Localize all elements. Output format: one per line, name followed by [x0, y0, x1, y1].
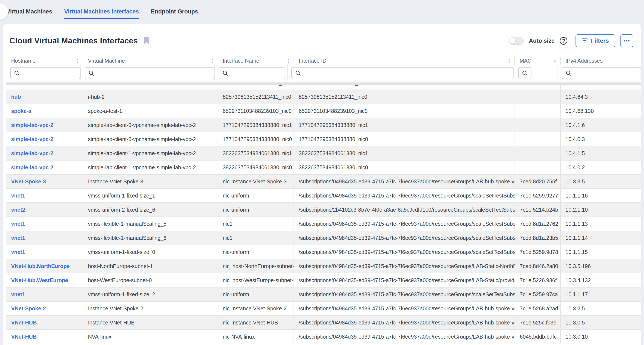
- cell-hostname: simple-lab-vpc-2: [6, 161, 83, 174]
- column-header-mac[interactable]: MAC▲▼: [514, 57, 560, 64]
- hostname-link[interactable]: VNet-HUB: [11, 320, 36, 326]
- search-input-ipv4[interactable]: [574, 70, 640, 76]
- cell-hostname: simple-lab-vpc-2: [6, 132, 83, 146]
- cell-mac: 7c1e.525c.f03e: [514, 316, 560, 330]
- column-label-hostname: Hostname: [11, 58, 36, 64]
- cell-mac: [514, 104, 560, 118]
- cell-ipv4: 10.1.1.16: [560, 189, 641, 202]
- hostname-link[interactable]: simple-lab-vpc-2: [11, 164, 53, 171]
- sort-icon-mac[interactable]: ▲▼: [554, 58, 556, 63]
- cell-interface_name: nic-uniform: [218, 288, 294, 301]
- cell-hostname: vnet1: [6, 288, 83, 301]
- search-input-mac[interactable]: [530, 70, 531, 76]
- auto-size-toggle[interactable]: [509, 37, 524, 45]
- cell-hostname: vnet1: [6, 217, 83, 231]
- cell-hostname: VNet-Hub.WestEurope: [6, 273, 83, 287]
- cell-hostname: VNet-HUB: [6, 330, 83, 344]
- cell-hostname: simple-lab-vpc-2: [6, 146, 83, 160]
- cell-interface_name: nic_host-WestEurope-subnet-0: [218, 273, 294, 287]
- sort-icon-interface_id[interactable]: ▲▼: [508, 58, 511, 63]
- table-row: VNet-HUBInstance.VNet-HUBnic-Instance.VN…: [6, 316, 641, 330]
- help-icon[interactable]: ?: [560, 37, 568, 45]
- cell-interface_id: 6529731103488239103_nic0: [294, 104, 514, 118]
- tab-virtual-machines-interfaces[interactable]: Virtual Machines Interfaces: [64, 8, 139, 19]
- cell-interface_name: nic-NVA-linux: [218, 330, 294, 344]
- column-header-interface_name[interactable]: Interface Name▲▼: [218, 57, 294, 64]
- filters-button[interactable]: Filters: [576, 34, 615, 47]
- cell-interface_id: /subscriptions/04984d35-ed39-4715-a7fc-7…: [294, 302, 514, 315]
- cell-interface_id: /subscriptions/04984d35-ed39-4715-a7fc-7…: [294, 259, 514, 273]
- cell-interface_id: /subscriptions/04984d35-ed39-4715-a7fc-7…: [294, 288, 514, 301]
- search-input-virtual_machine[interactable]: [97, 70, 214, 76]
- table-row: vnet1vmss-uniform-1-fixed-size_2nic-unif…: [6, 288, 641, 302]
- cell-interface_name: nic-uniform: [218, 189, 294, 202]
- cell-ipv4: 10.1.1.13: [560, 217, 641, 231]
- cell-hostname: vnet1: [6, 189, 83, 202]
- hostname-link[interactable]: spoke-a: [11, 108, 31, 114]
- column-header-ipv4[interactable]: IPv4 Addresses: [560, 57, 641, 64]
- search-icon: [14, 70, 20, 76]
- cell-ipv4: 10.4.64.3: [560, 90, 641, 104]
- hostname-link[interactable]: VNet-Spoke-2: [11, 306, 46, 312]
- hostname-link[interactable]: simple-lab-vpc-2: [11, 136, 53, 142]
- search-cell-virtual_machine: [80, 64, 214, 80]
- cell-hostname: vnet1: [6, 245, 83, 259]
- column-header-hostname[interactable]: Hostname▲▼: [6, 57, 83, 64]
- tab-endpoint-groups[interactable]: Endpoint Groups: [151, 8, 198, 19]
- page-title: Cloud Virtual Machines Interfaces: [10, 36, 138, 45]
- search-input-interface_name[interactable]: [231, 70, 285, 76]
- column-header-virtual_machine[interactable]: Virtual Machine▲▼: [83, 57, 218, 64]
- column-label-interface_name: Interface Name: [223, 58, 259, 64]
- cell-virtual_machine: spoke-a-test-1: [83, 104, 218, 118]
- hostname-link[interactable]: vnet1: [11, 291, 25, 298]
- tab-virtual-machines[interactable]: Virtual Machines: [6, 8, 52, 19]
- cell-virtual_machine: vmss-flexible-1-manualScaling_6: [83, 231, 218, 245]
- cell-ipv4: 10.4.1.6: [560, 118, 641, 132]
- bookmark-icon[interactable]: [143, 37, 150, 45]
- hostname-link[interactable]: VNet-Hub.WestEurope: [11, 277, 68, 284]
- hostname-link[interactable]: hub: [11, 85, 21, 86]
- horizontal-scrollbar[interactable]: [6, 82, 641, 85]
- hostname-link[interactable]: VNet-HUB: [11, 334, 36, 340]
- hostname-link[interactable]: simple-lab-vpc-2: [11, 122, 53, 128]
- cell-hostname: VNet-HUB: [6, 316, 83, 330]
- search-icon: [88, 70, 94, 76]
- search-box-hostname: [10, 67, 80, 79]
- cell-interface_id: /subscriptions/2b4102c3-8b7e-4f0e-a3ae-8…: [294, 203, 514, 217]
- more-options-button[interactable]: •••: [620, 34, 633, 47]
- cell-interface_name: nic_host-NorthEurope-subnet-1: [218, 259, 294, 273]
- hostname-link[interactable]: vnet1: [11, 193, 25, 199]
- cell-interface_name: 8257398135152113410_nic0: [218, 85, 294, 90]
- cell-ipv4: 10.4.1.5: [560, 146, 641, 160]
- cell-mac: 6045.bddb.bdfc: [514, 330, 560, 344]
- hostname-link[interactable]: vnet1: [11, 249, 25, 255]
- hostname-link[interactable]: hub: [11, 94, 21, 100]
- cell-interface_id: /subscriptions/04984d35-ed39-4715-a7fc-7…: [294, 217, 514, 231]
- hostname-link[interactable]: vnet2: [11, 207, 25, 213]
- sort-icon-virtual_machine[interactable]: ▲▼: [211, 58, 214, 63]
- cell-mac: [514, 85, 560, 90]
- hostname-link[interactable]: VNet-Hub.NorthEurope: [11, 263, 70, 269]
- hostname-link[interactable]: simple-lab-vpc-2: [11, 150, 53, 156]
- column-header-interface_id[interactable]: Interface ID▲▼: [294, 57, 514, 64]
- hostname-link[interactable]: vnet1: [11, 235, 25, 241]
- search-input-hostname[interactable]: [22, 70, 80, 76]
- cell-mac: 7ced.8d1a.23b5: [514, 231, 560, 245]
- cell-ipv4: 10.3.0.5: [560, 316, 641, 330]
- cell-virtual_machine: vmss-uniform-1-fixed-size_1: [83, 189, 218, 202]
- search-input-interface_id[interactable]: [304, 70, 514, 76]
- sort-icon-interface_name[interactable]: ▲▼: [287, 58, 290, 63]
- search-box-virtual_machine: [85, 67, 214, 79]
- search-cell-mac: [514, 64, 558, 80]
- hostname-link[interactable]: VNet-Spoke-3: [11, 178, 46, 185]
- cell-ipv4: 10.3.4.132: [560, 273, 641, 287]
- cell-hostname: spoke-a: [6, 104, 83, 118]
- column-label-interface_id: Interface ID: [299, 58, 326, 64]
- cell-virtual_machine: Instance.VNet-Spoke-2: [83, 302, 218, 315]
- cell-interface_id: /subscriptions/04984d35-ed39-4715-a7fc-7…: [294, 189, 514, 202]
- hostname-link[interactable]: vnet1: [11, 221, 25, 227]
- cell-mac: 7ced.8d1a.2762: [514, 217, 560, 231]
- interfaces-card: Cloud Virtual Machines Interfaces Auto s…: [3, 24, 641, 345]
- sort-icon-hostname[interactable]: ▲▼: [76, 58, 79, 63]
- cell-virtual_machine: simple-lab-client-0-vpcname-simple-lab-v…: [83, 132, 218, 146]
